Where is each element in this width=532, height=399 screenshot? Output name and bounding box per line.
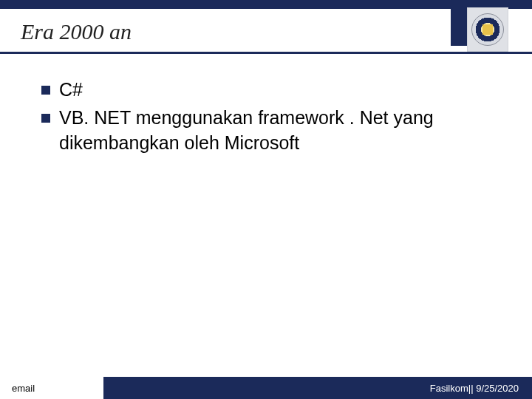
footer-left-text: email: [0, 377, 103, 399]
logo-block: [451, 7, 508, 52]
university-seal-icon: [471, 13, 504, 46]
bullet-text: VB. NET menggunakan framework . Net yang…: [59, 106, 499, 156]
square-bullet-icon: [41, 114, 50, 123]
logo-box: [467, 7, 508, 52]
slide-footer: email Fasilkom|| 9/25/2020: [0, 377, 532, 399]
list-item: C#: [41, 78, 499, 103]
square-bullet-icon: [41, 86, 50, 95]
bullet-text: C#: [59, 78, 83, 103]
logo-accent-bar: [451, 7, 467, 46]
slide-header: Era 2000 an: [0, 9, 532, 54]
list-item: VB. NET menggunakan framework . Net yang…: [41, 106, 499, 156]
footer-right-text: Fasilkom|| 9/25/2020: [103, 377, 532, 399]
slide-content: C# VB. NET menggunakan framework . Net y…: [0, 54, 532, 155]
